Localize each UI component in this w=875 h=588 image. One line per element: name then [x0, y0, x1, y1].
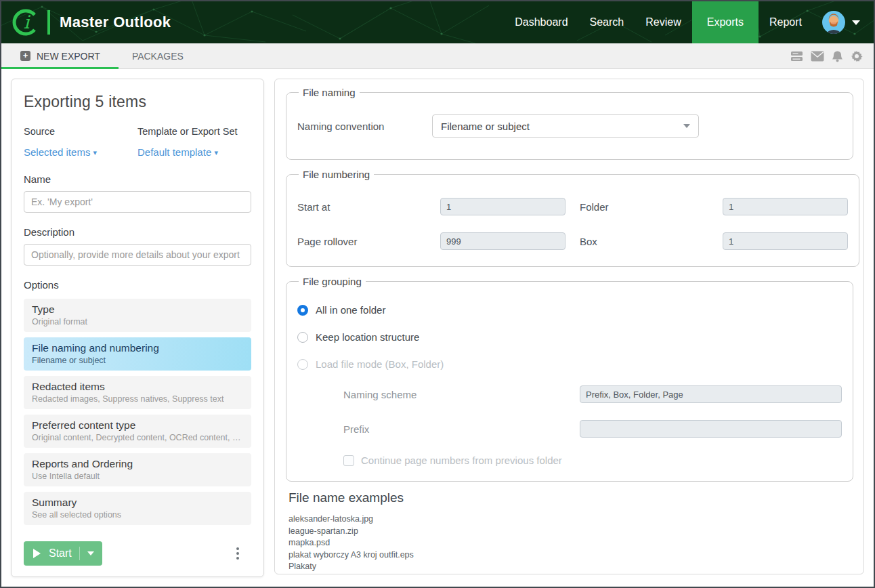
- nav-item-search[interactable]: Search: [579, 1, 635, 43]
- left-panel-footer: Start: [24, 541, 251, 566]
- folder-label: Folder: [580, 201, 723, 213]
- nav-item-report[interactable]: Report: [759, 1, 813, 43]
- option-card-type[interactable]: Type Original format: [24, 299, 251, 332]
- file-naming-settings-panel: File naming Naming convention Filename o…: [274, 79, 864, 574]
- start-at-input: [440, 198, 565, 215]
- option-title: Redacted items: [32, 381, 243, 393]
- template-dropdown[interactable]: Default template ▾: [137, 146, 218, 158]
- settings-icon[interactable]: [851, 50, 863, 62]
- file-numbering-legend: File numbering: [299, 169, 374, 180]
- notifications-icon[interactable]: [832, 50, 843, 62]
- name-input[interactable]: [24, 191, 251, 213]
- source-value: Selected items: [24, 146, 90, 158]
- user-menu-caret-icon: [852, 20, 860, 25]
- file-naming-legend: File naming: [299, 87, 360, 98]
- file-grouping-fieldset: File grouping All in one folder Keep loc…: [286, 276, 853, 482]
- page-rollover-input: [440, 232, 565, 250]
- option-subtitle: Filename or subject: [32, 356, 243, 365]
- tab-packages-label: PACKAGES: [132, 51, 184, 62]
- options-label: Options: [24, 279, 251, 291]
- start-button-divider: [79, 547, 80, 560]
- example-file-name: Plakaty: [289, 561, 853, 573]
- template-label: Template or Export Set: [137, 126, 251, 137]
- file-numbering-fieldset: File numbering Start at Folder Page roll…: [286, 169, 859, 267]
- option-subtitle: Redacted images, Suppress natives, Suppr…: [32, 394, 243, 404]
- start-export-button[interactable]: Start: [24, 541, 102, 566]
- file-name-examples-heading: File name examples: [289, 490, 853, 505]
- prefix-label: Prefix: [343, 423, 580, 435]
- option-title: Summary: [32, 497, 243, 509]
- option-card-redacted-items[interactable]: Redacted items Redacted images, Suppress…: [24, 376, 251, 409]
- option-title: Reports and Ordering: [32, 458, 243, 470]
- naming-convention-select[interactable]: Filename or subject: [432, 114, 699, 138]
- file-naming-fieldset: File naming Naming convention Filename o…: [286, 87, 853, 160]
- avatar[interactable]: [822, 11, 845, 34]
- option-title: Preferred content type: [32, 419, 243, 432]
- naming-convention-label: Naming convention: [297, 121, 432, 132]
- play-icon: [33, 549, 41, 558]
- option-subtitle: Original content, Decrypted content, OCR…: [32, 433, 243, 442]
- app-header: i Master Outlook Dashboard Search Review…: [1, 1, 874, 43]
- content-area: Exporting 5 items Source Template or Exp…: [1, 69, 874, 587]
- more-options-menu[interactable]: [234, 545, 242, 562]
- nav-item-exports[interactable]: Exports: [692, 1, 759, 43]
- description-input[interactable]: [24, 244, 251, 266]
- export-queue-icon[interactable]: [790, 50, 803, 62]
- radio-load-file-mode: Load file mode (Box, Folder): [297, 358, 842, 370]
- radio-label: Load file mode (Box, Folder): [316, 358, 444, 370]
- template-caret-icon: ▾: [214, 148, 218, 156]
- intella-logo-icon: i: [11, 7, 41, 37]
- radio-label: All in one folder: [316, 304, 385, 316]
- continue-checkbox-label: Continue page numbers from previous fold…: [361, 455, 562, 466]
- plus-icon: +: [20, 51, 30, 61]
- prefix-input: [580, 420, 842, 438]
- select-caret-icon: [683, 124, 690, 128]
- radio-keep-location-structure[interactable]: Keep location structure: [297, 331, 842, 343]
- app-logo: i Master Outlook: [11, 7, 171, 37]
- source-caret-icon: ▾: [93, 148, 98, 156]
- option-card-file-naming[interactable]: File naming and numbering Filename or su…: [24, 337, 251, 371]
- main-nav: Dashboard Search Review Exports Report: [504, 1, 813, 43]
- source-dropdown[interactable]: Selected items ▾: [24, 146, 97, 158]
- export-title: Exporting 5 items: [24, 93, 251, 111]
- file-grouping-legend: File grouping: [299, 276, 366, 287]
- example-file-name: plakat wyborczy A3 kroj outfit.eps: [289, 549, 853, 562]
- option-card-preferred-content[interactable]: Preferred content type Original content,…: [24, 415, 251, 448]
- nav-item-dashboard[interactable]: Dashboard: [504, 1, 578, 43]
- start-options-caret-icon[interactable]: [87, 551, 94, 555]
- tab-packages[interactable]: PACKAGES: [119, 43, 197, 68]
- app-title: Master Outlook: [60, 14, 171, 31]
- radio-selected-icon[interactable]: [297, 305, 308, 316]
- source-template-grid: Source Template or Export Set Selected i…: [24, 126, 251, 159]
- name-label: Name: [24, 173, 251, 185]
- start-at-label: Start at: [297, 201, 440, 213]
- naming-scheme-input: [580, 385, 842, 403]
- active-tab-underline: [1, 67, 119, 69]
- logo-divider: [47, 10, 50, 35]
- description-label: Description: [24, 226, 251, 238]
- example-file-name: league-spartan.zip: [289, 526, 853, 538]
- mail-icon[interactable]: [811, 51, 824, 62]
- option-subtitle: Original format: [32, 317, 243, 327]
- user-menu[interactable]: [813, 11, 874, 34]
- continue-page-numbers-checkbox-row: Continue page numbers from previous fold…: [343, 455, 842, 466]
- option-card-summary[interactable]: Summary See all selected options: [24, 492, 251, 525]
- template-value: Default template: [137, 146, 211, 158]
- radio-all-in-one-folder[interactable]: All in one folder: [297, 304, 842, 316]
- sub-toolbar: + NEW EXPORT PACKAGES: [1, 43, 874, 69]
- folder-input: [723, 198, 848, 215]
- radio-disabled-icon: [297, 359, 308, 370]
- app-window: i Master Outlook Dashboard Search Review…: [0, 0, 875, 588]
- export-config-panel: Exporting 5 items Source Template or Exp…: [11, 79, 264, 577]
- option-card-reports-ordering[interactable]: Reports and Ordering Use Intella default: [24, 453, 251, 486]
- toolbar-icon-group: [790, 43, 874, 68]
- radio-unselected-icon[interactable]: [297, 332, 308, 343]
- naming-convention-value: Filename or subject: [441, 121, 530, 132]
- box-label: Box: [580, 236, 723, 247]
- naming-scheme-label: Naming scheme: [343, 389, 580, 400]
- tab-new-export[interactable]: + NEW EXPORT: [1, 43, 119, 68]
- option-title: Type: [32, 303, 243, 316]
- example-file-name: mapka.psd: [289, 537, 853, 549]
- nav-item-review[interactable]: Review: [635, 1, 691, 43]
- option-subtitle: See all selected options: [32, 510, 243, 520]
